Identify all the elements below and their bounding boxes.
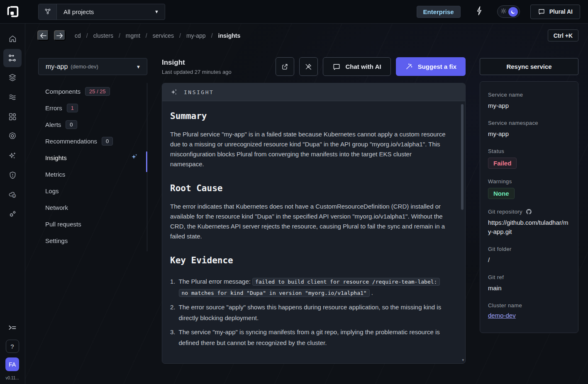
page-title: Insight: [162, 58, 232, 67]
breadcrumb-item-insights: insights: [218, 32, 241, 39]
insight-header: Insight Last updated 27 minutes ago Chat…: [162, 57, 466, 76]
nav-item-logs[interactable]: Logs: [38, 182, 147, 199]
suggest-a-fix-button[interactable]: Suggest a fix: [396, 57, 466, 76]
breadcrumb-bar: cd / clusters / mgmt / services / my-app…: [25, 24, 588, 47]
breadcrumb-separator: /: [86, 32, 88, 39]
nav-item-settings[interactable]: Settings: [38, 232, 147, 249]
nav-item-network[interactable]: Network: [38, 199, 147, 216]
git-repository-url: https://github.com/tuladhar/my-app.git: [488, 218, 570, 236]
resync-service-button[interactable]: Resync service: [480, 58, 578, 75]
svg-text:$: $: [13, 194, 15, 197]
project-selector[interactable]: All projects ▼: [38, 4, 165, 20]
scrollbar-thumb[interactable]: [461, 104, 464, 210]
cluster-link[interactable]: demo-dev: [488, 312, 516, 319]
insight-panel: INSIGHT Summary The Plural service "my-a…: [162, 83, 466, 364]
breadcrumb-item-services[interactable]: services: [153, 32, 174, 39]
breadcrumb-separator: /: [146, 32, 147, 39]
field-cluster-name: Cluster name demo-dev: [488, 302, 570, 319]
settings-gears-icon[interactable]: [3, 205, 22, 223]
key-evidence-heading: Key Evidence: [170, 255, 446, 265]
cloud-cost-icon[interactable]: $: [3, 185, 22, 204]
help-button[interactable]: ?: [6, 340, 19, 353]
insight-panel-header: INSIGHT: [162, 83, 465, 101]
theme-toggle[interactable]: [497, 5, 520, 18]
breadcrumb-separator: /: [179, 32, 181, 39]
share-icon: [281, 63, 289, 71]
root-cause-text: The error indicates that Kubernetes does…: [170, 202, 446, 241]
evidence-list: 1. The Plural error message: failed to b…: [170, 276, 446, 348]
field-service-namespace: Service namespace my-app: [488, 120, 570, 139]
lightning-icon[interactable]: [476, 6, 483, 17]
recommendations-count-badge: 0: [102, 137, 113, 146]
sparkles-icon: [131, 153, 138, 162]
service-selector[interactable]: my-app (demo-dev) ▼: [38, 58, 147, 75]
breadcrumb: cd / clusters / mgmt / services / my-app…: [75, 32, 240, 39]
left-icon-rail: $ ? FA v0.11...: [0, 24, 25, 384]
root-cause-heading: Root Cause: [170, 183, 446, 193]
command-palette-shortcut[interactable]: Ctrl +K: [548, 29, 578, 41]
unpin-icon: [304, 63, 312, 71]
breadcrumb-separator: /: [119, 32, 120, 39]
components-count-badge: 25 / 25: [85, 87, 110, 96]
breadcrumb-item-cd[interactable]: cd: [75, 32, 81, 39]
warnings-badge: None: [488, 188, 515, 199]
chevron-down-icon: ▼: [154, 9, 159, 14]
moon-icon: [508, 7, 518, 17]
share-button[interactable]: [276, 57, 294, 76]
nav-item-metrics[interactable]: Metrics: [38, 166, 147, 182]
field-warnings: Warnings None: [488, 178, 570, 199]
field-status: Status Failed: [488, 148, 570, 169]
project-selector-label: All projects: [63, 8, 94, 15]
nav-item-components[interactable]: Components 25 / 25: [38, 83, 147, 100]
nav-item-insights[interactable]: Insights: [38, 149, 147, 166]
breadcrumb-item-clusters[interactable]: clusters: [93, 32, 113, 39]
breadcrumb-item-my-app[interactable]: my-app: [186, 32, 206, 39]
stacks-icon[interactable]: [3, 68, 22, 87]
chat-bubble-icon: [538, 8, 545, 15]
service-details-card: Service name my-app Service namespace my…: [480, 81, 578, 333]
user-avatar[interactable]: FA: [5, 357, 19, 371]
field-git-folder: Git folder /: [488, 246, 570, 265]
unpin-button[interactable]: [299, 57, 318, 76]
chevron-down-icon: ▼: [136, 64, 141, 69]
home-icon[interactable]: [3, 29, 22, 48]
chat-bubble-icon: [332, 63, 341, 71]
sparkles-icon: [170, 88, 178, 96]
service-selector-name: my-app: [46, 63, 68, 70]
apps-grid-icon[interactable]: [3, 107, 22, 126]
breadcrumb-item-mgmt[interactable]: mgmt: [126, 32, 140, 39]
enterprise-button[interactable]: Enterprise: [417, 6, 461, 18]
magic-wand-icon: [405, 63, 413, 70]
insight-panel-label: INSIGHT: [184, 89, 214, 95]
sun-icon: [500, 8, 507, 16]
ai-sparkles-icon[interactable]: [3, 146, 22, 165]
last-updated-label: Last updated 27 minutes ago: [162, 69, 232, 75]
forward-button[interactable]: [54, 30, 66, 41]
back-button[interactable]: [37, 30, 49, 41]
kubernetes-icon[interactable]: [3, 127, 22, 145]
chat-with-ai-button[interactable]: Chat with AI: [323, 57, 391, 76]
nav-item-recommendations[interactable]: Recommendations 0: [38, 133, 147, 149]
field-git-ref: Git ref main: [488, 274, 570, 293]
version-label: v0.11...: [5, 376, 19, 380]
insight-content: Summary The Plural service "my-app" is i…: [162, 101, 465, 348]
nav-item-pull-requests[interactable]: Pull requests: [38, 216, 147, 232]
alerts-count-badge: 0: [66, 120, 77, 129]
security-shield-icon[interactable]: [3, 166, 22, 184]
plural-logo-icon[interactable]: [6, 5, 20, 18]
evidence-item-1: 1. The Plural error message: failed to b…: [170, 276, 446, 299]
terminal-icon[interactable]: [8, 324, 17, 333]
nav-item-errors[interactable]: Errors 1: [38, 100, 147, 116]
service-selector-cluster: (demo-dev): [71, 63, 98, 70]
team-icon: [39, 4, 57, 19]
flow-icon[interactable]: [3, 88, 22, 106]
scrollbar-track[interactable]: [461, 102, 464, 357]
nav-item-alerts[interactable]: Alerts 0: [38, 116, 147, 133]
field-git-repository: Git repository https://github.com/tuladh…: [488, 209, 570, 236]
plural-ai-button[interactable]: Plural AI: [530, 5, 580, 19]
evidence-item-3: 3. The service "my-app" is syncing manif…: [170, 327, 446, 348]
status-badge: Failed: [488, 158, 517, 169]
scroll-down-arrow[interactable]: ▾: [462, 358, 464, 362]
cd-pipeline-icon[interactable]: [3, 49, 22, 67]
errors-count-badge: 1: [67, 104, 78, 112]
